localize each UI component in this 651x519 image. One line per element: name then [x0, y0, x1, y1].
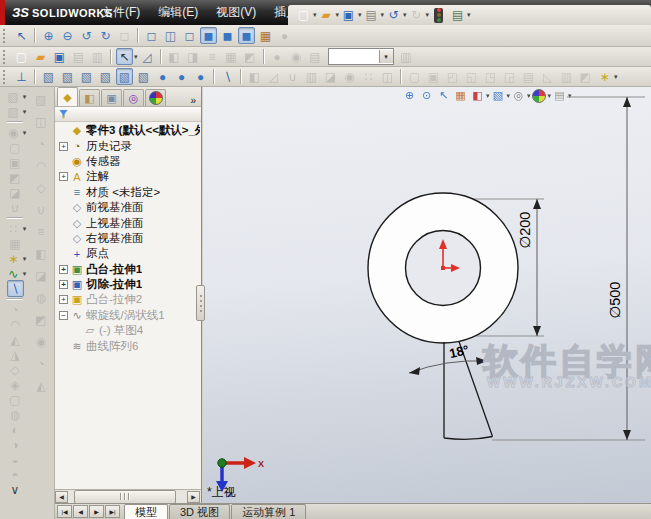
pattern-tool-caret[interactable]: ▾: [23, 225, 27, 233]
new-document-small[interactable]: ▢: [13, 48, 30, 65]
featuremanager-tab[interactable]: ◆: [57, 87, 78, 106]
dimxpertmanager-tab[interactable]: ◎: [123, 89, 144, 106]
reference-geometry-tool-caret[interactable]: ▾: [23, 255, 27, 263]
tree-item-9[interactable]: +▣凸台-拉伸1: [55, 262, 200, 277]
roll-view-tool[interactable]: ↻: [97, 27, 114, 44]
options-button-caret[interactable]: ▾: [467, 11, 471, 19]
open-document-small[interactable]: ▰: [32, 48, 49, 65]
zoom-to-area-tool[interactable]: ⊖: [59, 27, 76, 44]
undo-button[interactable]: ↺: [385, 7, 402, 24]
panel-tabs-overflow-chevron[interactable]: »: [190, 95, 196, 106]
tree-item-14[interactable]: +≋曲线阵列6: [55, 338, 200, 353]
hidden-lines-visible-style[interactable]: ◫: [162, 27, 179, 44]
view-orientation-ball-3[interactable]: ●: [192, 68, 209, 85]
tree-item-3[interactable]: +A注解: [55, 169, 200, 184]
menu-item-2[interactable]: 视图(V): [207, 0, 265, 25]
model-drawing[interactable]: ∅200 ∅500 18° X Z: [203, 87, 651, 503]
more-features-chevron[interactable]: ∨: [7, 481, 24, 498]
zoom-in-out-tool[interactable]: ⊕: [40, 27, 57, 44]
shaded-style[interactable]: ◼: [219, 27, 236, 44]
revolve-tool-caret[interactable]: ▾: [23, 129, 27, 137]
instant3d-button-caret[interactable]: ▾: [614, 73, 618, 81]
edit-appearance-pen[interactable]: ∖: [219, 68, 236, 85]
isometric-view[interactable]: ▧: [116, 68, 133, 85]
prev-tab-button[interactable]: ◀: [73, 505, 88, 518]
sketch-entity-tool[interactable]: ◿: [139, 48, 156, 65]
hidden-lines-removed-style[interactable]: ◻: [181, 27, 198, 44]
shadows-in-shaded-mode[interactable]: ◼: [238, 27, 255, 44]
tree-item-10[interactable]: +▣切除-拉伸1: [55, 277, 200, 292]
propertymanager-tab[interactable]: ◧: [79, 89, 100, 106]
extruded-cut-tool-caret[interactable]: ▾: [23, 108, 27, 116]
configuration-combobox-dropdown[interactable]: ▾: [379, 50, 393, 63]
print-button[interactable]: ▤: [363, 7, 380, 24]
toolbar-grip[interactable]: [3, 50, 8, 64]
new-document-button-caret[interactable]: ▾: [313, 11, 317, 19]
document-tab-1[interactable]: 3D 视图: [169, 504, 230, 519]
tree-item-0[interactable]: +◆零件3 (默认<<默认>_外观 显: [55, 123, 200, 138]
front-view[interactable]: ▧: [40, 68, 57, 85]
document-tab-2[interactable]: 运动算例 1: [231, 504, 306, 519]
select-arrow-tool[interactable]: ↖: [116, 48, 133, 65]
menu-item-1[interactable]: 编辑(E): [149, 0, 207, 25]
tree-expander[interactable]: +: [59, 142, 68, 151]
tree-item-4[interactable]: +≡材质 <未指定>: [55, 185, 200, 200]
extruded-boss-tool-caret[interactable]: ▾: [23, 93, 27, 101]
sketch-button[interactable]: ∖: [7, 280, 24, 297]
tree-item-8[interactable]: ++原点: [55, 246, 200, 261]
right-view[interactable]: ▧: [97, 68, 114, 85]
textures-style[interactable]: ▦: [257, 27, 274, 44]
tree-expander[interactable]: +: [59, 265, 68, 274]
scroll-right-button[interactable]: ▶: [187, 491, 200, 503]
curves-tool-caret[interactable]: ▾: [23, 270, 27, 278]
select-entities-tool[interactable]: ↖: [13, 27, 30, 44]
configurationmanager-tab[interactable]: ▣: [101, 89, 122, 106]
tree-item-13[interactable]: +▱(-) 草图4: [55, 323, 200, 338]
panel-horizontal-scrollbar[interactable]: ◀ ▶: [55, 489, 201, 503]
dim-500-label[interactable]: ∅500: [607, 282, 623, 319]
angle-label[interactable]: 18°: [448, 342, 471, 361]
last-tab-button[interactable]: ▶|: [105, 505, 120, 518]
tree-expander[interactable]: +: [59, 280, 68, 289]
save-button[interactable]: ▣: [340, 7, 357, 24]
save-button-caret[interactable]: ▾: [358, 11, 362, 19]
view-orientation-ball-2[interactable]: ●: [173, 68, 190, 85]
select-arrow-tool-caret[interactable]: ▾: [134, 53, 138, 61]
panel-splitter-handle[interactable]: [196, 285, 205, 321]
first-tab-button[interactable]: |◀: [57, 505, 72, 518]
document-tab-0[interactable]: 模型: [124, 504, 168, 519]
save-small[interactable]: ▣: [51, 48, 68, 65]
tree-filter-bar[interactable]: [55, 107, 201, 122]
tree-item-5[interactable]: +◇前视基准面: [55, 200, 200, 215]
configuration-combobox[interactable]: ▾: [328, 48, 394, 65]
toolbar-grip[interactable]: [3, 70, 8, 84]
tree-item-12[interactable]: −∿螺旋线/涡状线1: [55, 308, 200, 323]
open-document-button-caret[interactable]: ▾: [336, 11, 340, 19]
left-view[interactable]: ▧: [78, 68, 95, 85]
tree-expander[interactable]: +: [59, 172, 68, 181]
menu-item-0[interactable]: 文件(F): [92, 0, 149, 25]
print-button-caret[interactable]: ▾: [381, 11, 385, 19]
dimetric-view[interactable]: ▧: [135, 68, 152, 85]
rotate-view-tool[interactable]: ↺: [78, 27, 95, 44]
new-document-button[interactable]: ▢: [295, 7, 312, 24]
instant3d-button[interactable]: ∗: [596, 68, 613, 85]
normal-to-view[interactable]: ⊥: [13, 68, 30, 85]
next-tab-button[interactable]: ▶: [89, 505, 104, 518]
tree-item-11[interactable]: +▣凸台-拉伸2: [55, 292, 200, 307]
options-button[interactable]: ▤: [449, 7, 466, 24]
scrollbar-thumb[interactable]: [74, 490, 176, 504]
rebuild-traffic-light-button[interactable]: [430, 7, 447, 24]
tree-item-7[interactable]: +◇右视基准面: [55, 231, 200, 246]
tree-expander[interactable]: +: [59, 295, 68, 304]
wireframe-style[interactable]: ◻: [143, 27, 160, 44]
scroll-left-button[interactable]: ◀: [55, 491, 68, 503]
shaded-with-edges-style[interactable]: ◼: [200, 27, 217, 44]
redo-button-caret[interactable]: ▾: [426, 11, 430, 19]
dim-200-label[interactable]: ∅200: [517, 212, 533, 249]
displaymanager-tab[interactable]: [145, 89, 166, 106]
tree-item-1[interactable]: +◔历史记录: [55, 138, 200, 153]
tree-item-2[interactable]: +◉传感器: [55, 154, 200, 169]
tree-expander[interactable]: −: [59, 311, 68, 320]
open-document-button[interactable]: ▰: [318, 7, 335, 24]
